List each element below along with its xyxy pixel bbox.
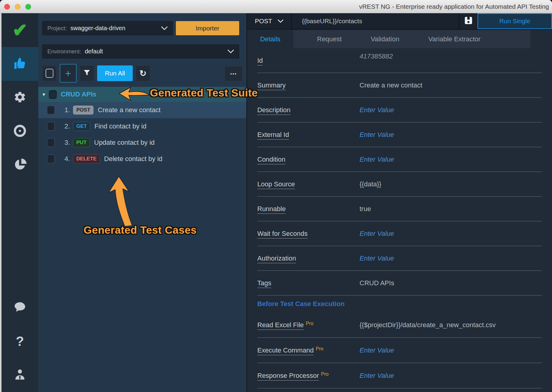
field-row-authorization: Authorization Enter Value bbox=[257, 246, 542, 271]
filter-funnel-icon bbox=[83, 69, 90, 77]
tab-details[interactable]: Details bbox=[247, 30, 293, 48]
method-dropdown[interactable]: POST bbox=[247, 13, 292, 29]
refresh-button[interactable]: ↻ bbox=[136, 65, 150, 81]
field-label[interactable]: Description bbox=[257, 106, 290, 115]
field-row-summary: Summary Create a new contact bbox=[257, 73, 542, 98]
details-field-list: Id 417385882 Summary Create a new contac… bbox=[247, 48, 552, 392]
project-select[interactable]: Project: swagger-data-driven bbox=[42, 21, 173, 35]
minimize-window-button[interactable] bbox=[15, 4, 21, 10]
window-title: vREST NG - Enterprise ready application … bbox=[359, 0, 549, 13]
chevron-down-icon bbox=[161, 25, 168, 32]
method-badge-delete: DELETE bbox=[73, 154, 100, 163]
detail-tabs: Details Request Validation Variable Extr… bbox=[247, 30, 552, 48]
sidebar-item-tests[interactable]: ✔ bbox=[2, 13, 38, 47]
field-value[interactable]: CRUD APIs bbox=[360, 279, 394, 287]
field-value: 417385882 bbox=[360, 52, 393, 60]
test-case-row[interactable]: 2. GET Find contact by id bbox=[38, 118, 246, 134]
run-all-button[interactable]: Run All bbox=[97, 65, 133, 81]
importer-button[interactable]: Importer bbox=[176, 21, 239, 35]
tab-validation[interactable]: Validation bbox=[371, 35, 399, 43]
more-options-button[interactable]: ••• bbox=[225, 66, 243, 81]
sidebar-item-settings[interactable] bbox=[2, 81, 38, 115]
chevron-down-icon bbox=[227, 48, 234, 55]
tab-request[interactable]: Request bbox=[317, 35, 342, 43]
test-case-checkbox[interactable] bbox=[47, 122, 55, 131]
plus-icon: + bbox=[65, 68, 71, 79]
test-case-row[interactable]: 3. PUT Update contact by id bbox=[38, 134, 246, 151]
field-value-placeholder[interactable]: Enter Value bbox=[360, 372, 394, 380]
close-window-button[interactable] bbox=[4, 4, 10, 10]
sidebar-item-account[interactable] bbox=[2, 358, 38, 392]
sidebar-item-reports[interactable] bbox=[2, 148, 38, 182]
field-row-loop-source: Loop Source {{data}} bbox=[257, 172, 542, 197]
environment-select[interactable]: Environment: default bbox=[42, 44, 239, 58]
field-label[interactable]: Wait for Seconds bbox=[257, 230, 308, 239]
test-case-row[interactable]: 1. POST Create a new contact bbox=[38, 102, 246, 118]
expand-triangle-icon[interactable]: ▾ bbox=[43, 91, 45, 98]
field-value[interactable]: {{$projectDir}}/data/create_a_new_contac… bbox=[360, 321, 496, 329]
url-input[interactable]: {{baseURL}}/contacts bbox=[292, 13, 459, 29]
field-label[interactable]: Tags bbox=[257, 279, 271, 288]
test-case-row[interactable]: 4. DELETE Delete contact by id bbox=[38, 151, 246, 167]
pro-badge: Pro bbox=[321, 371, 328, 377]
test-case-label: Find contact by id bbox=[94, 122, 146, 130]
field-value-placeholder[interactable]: Enter Value bbox=[360, 156, 394, 163]
test-case-label: Delete contact by id bbox=[104, 155, 162, 163]
sidebar-item-approvals[interactable] bbox=[2, 47, 38, 81]
suite-checkbox[interactable] bbox=[49, 90, 57, 99]
thumbs-up-icon bbox=[13, 57, 27, 71]
field-label[interactable]: Authorization bbox=[257, 254, 296, 263]
project-value: swagger-data-driven bbox=[70, 25, 125, 32]
field-value[interactable]: Create a new contact bbox=[360, 81, 422, 89]
field-value-placeholder[interactable]: Enter Value bbox=[360, 254, 394, 262]
field-label[interactable]: Summary bbox=[257, 81, 286, 90]
run-single-label: Run Single bbox=[499, 17, 530, 25]
filter-button[interactable] bbox=[80, 65, 94, 81]
sidebar-item-recorder[interactable] bbox=[2, 115, 38, 148]
add-test-button[interactable]: + bbox=[60, 64, 77, 83]
field-row-response-processor: Response ProcessorPro Enter Value bbox=[257, 363, 542, 388]
field-label[interactable]: Id bbox=[257, 57, 263, 65]
tab-label: Details bbox=[260, 35, 280, 43]
field-value-placeholder[interactable]: Enter Value bbox=[360, 230, 394, 238]
zoom-window-button[interactable] bbox=[25, 4, 31, 10]
field-value-placeholder[interactable]: Enter Value bbox=[360, 106, 394, 114]
test-case-checkbox[interactable] bbox=[47, 106, 55, 115]
field-label[interactable]: Response Processor bbox=[257, 372, 319, 381]
test-case-label: Update contact by id bbox=[94, 139, 155, 147]
test-case-number: 4. bbox=[60, 155, 70, 163]
field-label[interactable]: Loop Source bbox=[257, 180, 295, 189]
field-value[interactable]: true bbox=[360, 205, 371, 213]
tab-variable-extractor[interactable]: Variable Extractor bbox=[428, 35, 481, 43]
field-label[interactable]: Read Excel File bbox=[257, 321, 304, 330]
field-label[interactable]: External Id bbox=[257, 131, 289, 140]
field-row-description: Description Enter Value bbox=[257, 98, 542, 122]
annotation-generated-test-cases: Generated Test Cases bbox=[84, 224, 197, 236]
help-icon: ? bbox=[16, 335, 24, 348]
select-all-checkbox[interactable] bbox=[42, 65, 57, 81]
app-sidebar: ✔ ? bbox=[2, 13, 38, 392]
user-icon bbox=[14, 368, 26, 382]
save-button[interactable] bbox=[459, 13, 477, 29]
chevron-down-icon bbox=[278, 19, 284, 23]
run-single-button[interactable]: Run Single bbox=[477, 13, 552, 29]
window-edge bbox=[0, 13, 2, 392]
field-label[interactable]: Execute Command bbox=[257, 346, 314, 355]
field-value-placeholder[interactable]: Enter Value bbox=[360, 346, 394, 354]
pro-badge: Pro bbox=[306, 321, 313, 326]
test-case-checkbox[interactable] bbox=[47, 154, 55, 163]
annotation-arrow-up-icon bbox=[106, 176, 140, 227]
field-label[interactable]: Runnable bbox=[257, 205, 286, 214]
environment-value: default bbox=[85, 48, 103, 55]
environment-label: Environment: bbox=[47, 48, 81, 55]
sidebar-item-help[interactable]: ? bbox=[2, 324, 38, 358]
field-value[interactable]: {{data}} bbox=[360, 180, 381, 188]
field-label[interactable]: Condition bbox=[257, 156, 285, 164]
field-value-placeholder[interactable]: Enter Value bbox=[360, 131, 394, 139]
annotation-arrow-left-icon bbox=[119, 87, 150, 101]
field-row-execute-command: Execute CommandPro Enter Value bbox=[257, 338, 542, 363]
sidebar-item-feedback[interactable] bbox=[2, 291, 38, 324]
test-case-checkbox[interactable] bbox=[47, 138, 55, 147]
field-row-tags: Tags CRUD APIs bbox=[257, 271, 542, 296]
checkbox-icon bbox=[46, 69, 53, 78]
